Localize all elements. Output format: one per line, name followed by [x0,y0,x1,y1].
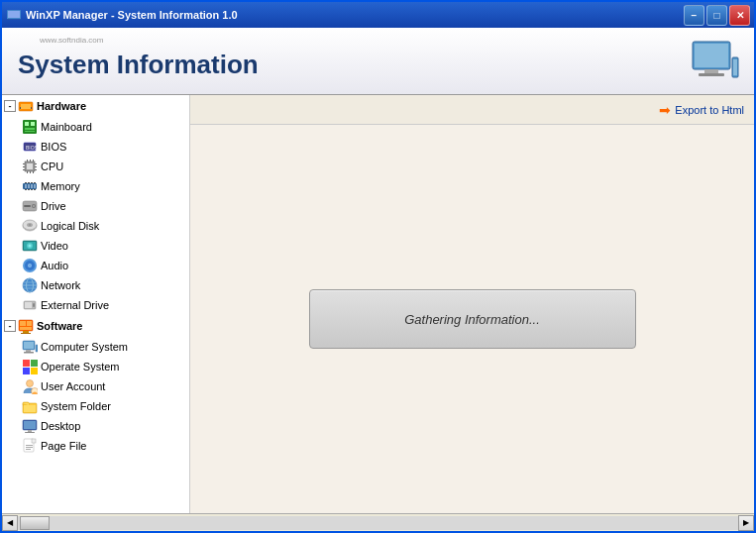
svg-rect-76 [21,333,31,334]
svg-rect-41 [31,189,33,190]
sidebar-item-audio[interactable]: Audio [18,256,189,275]
svg-rect-1 [8,11,20,18]
sidebar-item-drive[interactable]: Drive [18,196,189,216]
svg-rect-15 [31,122,35,126]
svg-rect-94 [25,432,35,433]
sidebar-item-system-folder[interactable]: System Folder [18,396,189,416]
svg-rect-23 [30,160,31,161]
svg-rect-97 [26,445,33,446]
svg-rect-17 [25,131,35,132]
system-folder-icon [22,398,38,414]
cpu-label: CPU [41,160,63,172]
scroll-right-button[interactable]: ▶ [738,515,754,531]
svg-rect-12 [31,107,32,109]
svg-point-86 [27,380,34,387]
svg-rect-16 [25,128,35,130]
svg-rect-37 [31,182,33,183]
bios-label: BIOS [41,141,66,153]
svg-rect-44 [28,184,30,188]
memory-label: Memory [41,180,80,192]
svg-rect-28 [23,163,25,164]
sidebar-item-page-file[interactable]: Page File [18,436,189,456]
hardware-expand-icon[interactable]: - [4,100,16,112]
svg-rect-75 [23,331,29,333]
svg-rect-40 [28,189,30,190]
svg-rect-8 [733,59,737,75]
logical-disk-label: Logical Disk [41,220,99,232]
svg-point-54 [29,224,31,225]
svg-rect-29 [23,166,25,167]
memory-icon [22,178,38,194]
sidebar-item-computer-system[interactable]: Computer System [18,337,189,357]
maximize-button[interactable]: □ [706,5,727,26]
svg-rect-6 [699,73,724,76]
hardware-label: Hardware [37,100,86,112]
operate-system-label: Operate System [41,361,119,373]
software-expand-icon[interactable]: - [4,320,16,332]
svg-rect-22 [27,160,28,161]
scroll-left-button[interactable]: ◀ [2,515,18,531]
external-drive-label: External Drive [41,299,109,311]
logical-disk-icon [22,218,38,234]
svg-rect-43 [25,184,27,188]
sidebar-item-cpu[interactable]: CPU [18,157,189,176]
sidebar-item-video[interactable]: Video [18,236,189,256]
scroll-track [18,516,738,530]
svg-rect-99 [26,449,31,450]
system-folder-label: System Folder [41,400,111,412]
sidebar-item-network[interactable]: Network [18,275,189,295]
title-bar-buttons: − □ ✕ [684,5,750,26]
computer-system-label: Computer System [41,341,128,353]
computer-system-icon [22,339,38,355]
software-label: Software [37,320,82,332]
sidebar-item-mainboard[interactable]: Mainboard [18,117,189,137]
mainboard-icon [22,119,38,135]
title-bar: WinXP Manager - System Information 1.0 −… [2,2,754,28]
watermark: www.softndia.com [40,36,103,45]
svg-rect-24 [33,160,34,161]
sidebar-item-desktop[interactable]: Desktop [18,416,189,436]
close-button[interactable]: ✕ [729,5,750,26]
main-window: WinXP Manager - System Information 1.0 −… [0,0,756,533]
svg-rect-35 [25,182,27,183]
user-account-icon [22,378,38,394]
svg-rect-25 [27,171,28,173]
sidebar-item-external-drive[interactable]: External Drive [18,295,189,315]
loading-box: Gathering Information... [309,289,636,349]
sidebar-item-user-account[interactable]: User Account [18,376,189,396]
svg-rect-85 [31,368,38,374]
svg-rect-69 [25,302,32,308]
software-children: Computer System Operate System [2,337,189,456]
minimize-button[interactable]: − [684,5,704,26]
svg-rect-79 [26,350,31,352]
sidebar-section-software[interactable]: - Software [2,315,189,337]
right-panel: ➡ Export to Html Gathering Information..… [190,95,754,513]
svg-rect-21 [27,163,33,169]
svg-rect-4 [695,44,728,67]
sidebar-item-logical-disk[interactable]: Logical Disk [18,216,189,236]
external-drive-icon [22,297,38,313]
svg-rect-73 [27,321,32,326]
sidebar: - Hardware [2,95,190,513]
export-arrow-icon: ➡ [659,102,671,118]
svg-rect-11 [20,107,21,109]
sidebar-section-hardware[interactable]: - Hardware [2,95,189,117]
app-header: www.softndia.com System Information [2,28,754,95]
sidebar-item-memory[interactable]: Memory [18,176,189,196]
page-title: System Information [18,50,259,80]
network-label: Network [41,279,80,291]
svg-rect-83 [31,360,38,367]
export-label: Export to Html [675,104,744,116]
cpu-icon [22,159,38,174]
scroll-thumb[interactable] [20,516,50,530]
desktop-label: Desktop [41,420,80,432]
export-to-html-button[interactable]: ➡ Export to Html [659,102,744,118]
app-icon [6,7,22,23]
content-area: Gathering Information... [190,125,754,513]
svg-rect-36 [28,182,30,183]
sidebar-item-operate-system[interactable]: Operate System [18,357,189,376]
page-file-label: Page File [41,440,86,452]
sidebar-item-bios[interactable]: BIOS BIOS [18,137,189,157]
svg-rect-42 [34,189,36,190]
svg-rect-30 [23,169,25,170]
